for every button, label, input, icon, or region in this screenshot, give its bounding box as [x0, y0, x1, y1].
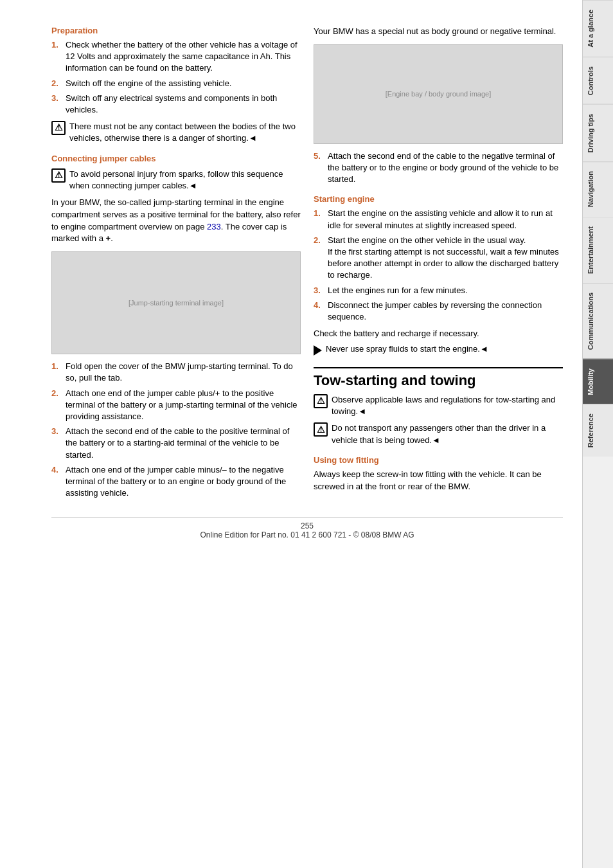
sidebar-tab-driving-tips[interactable]: Driving tips: [583, 104, 614, 162]
list-item: 3.Switch off any electrical systems and …: [51, 93, 301, 116]
sidebar-tab-navigation[interactable]: Navigation: [583, 161, 614, 216]
list-item: 2.Attach one end of the jumper cable plu…: [51, 388, 301, 423]
sidebar-tab-at-a-glance[interactable]: At a glance: [583, 0, 614, 57]
connecting-steps: 1.Fold open the cover of the BMW jump-st…: [51, 361, 301, 499]
page-number: 255: [301, 521, 314, 530]
connecting-warning: ⚠ To avoid personal injury from sparks, …: [51, 168, 301, 192]
triangle-icon: [314, 345, 322, 356]
list-item: 3.Attach the second end of the cable to …: [51, 426, 301, 461]
list-item: 5.Attach the second end of the cable to …: [314, 150, 563, 186]
engine-bay-image: [Engine bay / body ground image]: [314, 44, 563, 144]
sidebar-tab-reference[interactable]: Reference: [583, 404, 614, 457]
warning-icon-4: ⚠: [314, 422, 328, 437]
right-sidebar: At a glance Controls Driving tips Naviga…: [582, 0, 613, 868]
check-battery-text: Check the battery and recharge if necess…: [314, 328, 563, 340]
connecting-intro: In your BMW, the so-called jump-starting…: [51, 197, 301, 245]
sidebar-tab-entertainment[interactable]: Entertainment: [583, 217, 614, 283]
sidebar-tab-controls[interactable]: Controls: [583, 57, 614, 104]
right-column: Your BMW has a special nut as body groun…: [314, 26, 563, 504]
list-item: 1.Start the engine on the assisting vehi…: [314, 208, 563, 231]
step5-list: 5.Attach the second end of the cable to …: [314, 150, 563, 186]
page-ref[interactable]: 233: [207, 222, 221, 231]
warning-icon-3: ⚠: [314, 394, 328, 408]
list-item: 1.Check whether the battery of the other…: [51, 39, 301, 75]
left-column: Preparation 1.Check whether the battery …: [51, 26, 301, 504]
tow-section: Tow-starting and towing ⚠ Observe applic…: [314, 367, 563, 493]
preparation-steps: 1.Check whether the battery of the other…: [51, 39, 301, 116]
sidebar-tab-mobility[interactable]: Mobility: [583, 359, 614, 404]
body-ground-text: Your BMW has a special nut as body groun…: [314, 26, 563, 38]
connecting-title: Connecting jumper cables: [51, 154, 301, 163]
preparation-warning: ⚠ There must not be any contact between …: [51, 121, 301, 144]
footer-text: Online Edition for Part no. 01 41 2 600 …: [200, 530, 414, 539]
list-item: 4.Disconnect the jumper cables by revers…: [314, 300, 563, 323]
tow-warning-1: ⚠ Observe applicable laws and regulation…: [314, 394, 563, 417]
list-item: 2.Switch off the engine of the assisting…: [51, 78, 301, 89]
tow-title: Tow-starting and towing: [314, 367, 563, 389]
list-item: 3.Let the engines run for a few minutes.: [314, 285, 563, 296]
starting-title: Starting engine: [314, 194, 563, 204]
using-tow-text: Always keep the screw-in tow fitting wit…: [314, 469, 563, 493]
jumper-terminal-image: [Jump-starting terminal image]: [51, 251, 301, 354]
tow-warning-2: ⚠ Do not transport any passengers other …: [314, 422, 563, 446]
starting-steps: 1.Start the engine on the assisting vehi…: [314, 208, 563, 323]
sidebar-tab-communications[interactable]: Communications: [583, 283, 614, 359]
spray-note: Never use spray fluids to start the engi…: [314, 344, 563, 356]
list-item: 4.Attach one end of the jumper cable min…: [51, 464, 301, 500]
list-item: 2.Start the engine on the other vehicle …: [314, 235, 563, 282]
preparation-title: Preparation: [51, 26, 301, 35]
warning-icon: ⚠: [51, 121, 66, 135]
list-item: 1.Fold open the cover of the BMW jump-st…: [51, 361, 301, 384]
main-content: Preparation 1.Check whether the battery …: [0, 0, 582, 868]
using-tow-title: Using tow fitting: [314, 455, 563, 465]
warning-icon-2: ⚠: [51, 168, 66, 183]
page-footer: 255 Online Edition for Part no. 01 41 2 …: [51, 517, 563, 539]
